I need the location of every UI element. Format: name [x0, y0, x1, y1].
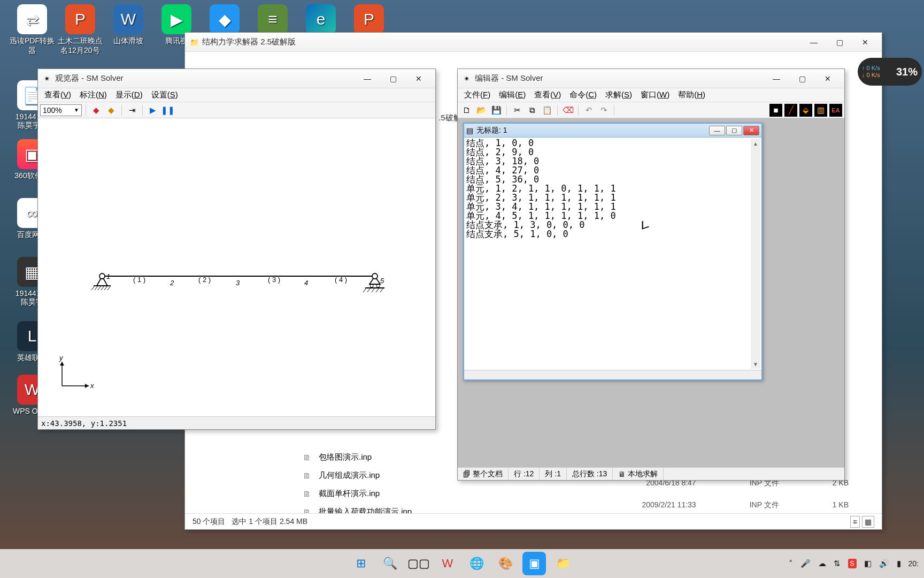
scroll-up-icon[interactable]: ▲ — [751, 139, 760, 148]
desktop-icon-edge[interactable]: e — [297, 4, 345, 36]
cut-icon[interactable]: ✂ — [511, 104, 523, 117]
explorer-icon[interactable]: 📁 — [551, 552, 575, 575]
menu-item[interactable]: 查看(V) — [530, 88, 565, 102]
viewer-titlebar[interactable]: ✴ 观览器 - SM Solver — ▢ ✕ — [38, 69, 435, 88]
node-label: 1 — [106, 272, 110, 280]
menu-item[interactable]: 窗口(W) — [636, 88, 674, 102]
save-icon[interactable]: 💾 — [490, 104, 503, 117]
network-widget[interactable]: ↑ 0 K/s ↓ 0 K/s 31% — [858, 58, 922, 86]
menu-item[interactable]: 命令(C) — [565, 88, 601, 102]
minimize-button[interactable]: — — [764, 71, 789, 87]
minimize-button[interactable]: — — [355, 71, 380, 87]
menu-item[interactable]: 编辑(E) — [495, 88, 530, 102]
next-node-icon[interactable]: ◆ — [105, 104, 118, 117]
viewer-canvas[interactable]: 1 2 3 4 5 ( 1 ) ( 2 ) ( 3 ) ( 4 ) x y — [38, 118, 435, 416]
delete-icon[interactable]: ⌫ — [561, 104, 574, 117]
mdi-titlebar[interactable]: ▤ 无标题: 1 — ▢ ✕ — [464, 124, 761, 138]
system-tray[interactable]: ˄ 🎤 ☁ ⇅ S ◧ 🔊 ▮ 20: — [789, 559, 919, 568]
editor-titlebar[interactable]: ✴ 编辑器 - SM Solver — ▢ ✕ — [458, 69, 844, 88]
new-icon[interactable]: 🗋 — [460, 104, 473, 117]
maximize-button[interactable]: ▢ — [790, 71, 814, 87]
desktop-icon-wps-doc2[interactable]: W山体滑坡 — [104, 4, 152, 46]
desktop-icon-wps-p[interactable]: P — [345, 4, 393, 36]
desktop-icon-app5[interactable]: ◆ — [201, 4, 249, 36]
chevron-up-icon[interactable]: ˄ — [789, 559, 793, 568]
task-view-icon[interactable]: ▢▢ — [407, 552, 430, 575]
desktop-icon-pdf-converter[interactable]: ⇄迅读PDF转换器 — [8, 4, 56, 56]
search-icon[interactable]: 🔍 — [378, 552, 402, 575]
taskbar-app[interactable]: 🌐 — [465, 552, 488, 575]
menu-item[interactable]: 查看(V) — [40, 88, 75, 102]
mdi-maximize-button[interactable]: ▢ — [726, 126, 742, 135]
menu-item[interactable]: 设置(S) — [147, 88, 182, 102]
svg-line-17 — [372, 288, 375, 292]
editor-toolbar[interactable]: 🗋 📂 💾 ✂ ⧉ 📋 ⌫ ↶ ↷ ■ ╱ ⬙ ▥ EA — [458, 102, 844, 118]
7zip-icon: ≡ — [258, 4, 288, 34]
status-scope-icon: 🗐 — [463, 470, 471, 478]
open-icon[interactable]: 📂 — [475, 104, 488, 117]
volume-icon[interactable]: 🔊 — [879, 559, 889, 568]
view-details-icon[interactable]: ≡ — [850, 516, 860, 528]
menu-item[interactable]: 帮助(H) — [674, 88, 710, 102]
taskbar-clock[interactable]: 20: — [908, 559, 919, 568]
editor-menubar[interactable]: 文件(F)编辑(E)查看(V)命令(C)求解(S)窗口(W)帮助(H) — [458, 88, 844, 102]
menu-item[interactable]: 求解(S) — [601, 88, 636, 102]
menu-item[interactable]: 文件(F) — [460, 88, 495, 102]
play-icon[interactable]: ▶ — [147, 104, 159, 117]
mic-icon[interactable]: 🎤 — [800, 559, 811, 568]
taskbar-app[interactable]: W — [436, 552, 459, 575]
shape-ea-icon[interactable]: EA — [829, 104, 842, 117]
viewer-window[interactable]: ✴ 观览器 - SM Solver — ▢ ✕ 查看(V)标注(N)显示(D)设… — [37, 69, 436, 430]
wifi-icon[interactable]: ⇅ — [834, 559, 841, 568]
svg-marker-21 — [85, 384, 89, 388]
ime-icon[interactable]: S — [848, 559, 857, 568]
prev-node-icon[interactable]: ◆ — [90, 104, 103, 117]
viewer-toolbar[interactable]: 100%▼ ◆ ◆ ⇥ ▶ ❚❚ — [38, 102, 435, 118]
battery-icon[interactable]: ▮ — [897, 559, 901, 568]
menu-item[interactable]: 标注(N) — [75, 88, 111, 102]
desktop-icon-7zip[interactable]: ≡ — [249, 4, 297, 36]
shape-bars-icon[interactable]: ▥ — [814, 104, 827, 117]
mdi-document[interactable]: ▤ 无标题: 1 — ▢ ✕ 结点, 1, 0, 0 结点, 2, 9, 0 结… — [463, 123, 763, 381]
undo-icon[interactable]: ↶ — [582, 104, 595, 117]
close-button[interactable]: ✕ — [406, 71, 431, 87]
paste-icon[interactable]: 📋 — [541, 104, 553, 117]
shape-line-icon[interactable]: ╱ — [784, 104, 797, 117]
mdi-close-button[interactable]: ✕ — [743, 126, 759, 135]
menu-item[interactable]: 显示(D) — [111, 88, 147, 102]
chevron-down-icon[interactable]: ▼ — [74, 107, 79, 113]
maximize-button[interactable]: ▢ — [827, 34, 852, 50]
viewer-menubar[interactable]: 查看(V)标注(N)显示(D)设置(S) — [38, 88, 435, 102]
start-button[interactable]: ⊞ — [349, 552, 373, 575]
editor-statusbar: 🗐整个文档 行 :12 列 :1 总行数 :13 🖥本地求解 — [458, 467, 844, 480]
svg-line-15 — [363, 288, 366, 292]
vertical-scrollbar[interactable]: ▲ ▼ — [751, 139, 760, 369]
close-button[interactable]: ✕ — [815, 71, 840, 87]
step-icon[interactable]: ⇥ — [126, 104, 138, 117]
copy-icon[interactable]: ⧉ — [526, 104, 538, 117]
horizontal-scrollbar[interactable] — [464, 370, 761, 379]
onedrive-icon[interactable]: ☁ — [818, 559, 826, 568]
explorer-titlebar[interactable]: 📁 结构力学求解器 2.5破解版 — ▢ ✕ — [185, 33, 882, 52]
editor-textarea[interactable]: 结点, 1, 0, 0 结点, 2, 9, 0 结点, 3, 18, 0 结点,… — [464, 138, 761, 370]
redo-icon[interactable]: ↷ — [597, 104, 610, 117]
folder-icon: 📁 — [189, 37, 199, 47]
close-button[interactable]: ✕ — [853, 34, 877, 50]
taskbar[interactable]: ⊞ 🔍 ▢▢ W 🌐 🎨 ▣ 📁 ˄ 🎤 ☁ ⇅ S ◧ 🔊 ▮ 20: — [0, 549, 924, 578]
zoom-combo[interactable]: 100%▼ — [40, 104, 82, 116]
shape-chart-icon[interactable]: ⬙ — [799, 104, 812, 117]
view-large-icon[interactable]: ▦ — [862, 516, 874, 528]
unknown-tray-icon[interactable]: ◧ — [864, 559, 872, 568]
mdi-minimize-button[interactable]: — — [709, 126, 725, 135]
maximize-button[interactable]: ▢ — [381, 71, 405, 87]
pause-icon[interactable]: ❚❚ — [161, 104, 174, 117]
minimize-button[interactable]: — — [802, 34, 826, 50]
taskbar-app[interactable]: ▣ — [522, 552, 546, 575]
editor-mdi-area[interactable]: ▤ 无标题: 1 — ▢ ✕ 结点, 1, 0, 0 结点, 2, 9, 0 结… — [458, 118, 844, 467]
scroll-down-icon[interactable]: ▼ — [751, 359, 760, 369]
taskbar-app[interactable]: 🎨 — [494, 552, 517, 575]
file-type: INP 文件 — [750, 500, 779, 510]
editor-window[interactable]: ✴ 编辑器 - SM Solver — ▢ ✕ 文件(F)编辑(E)查看(V)命… — [457, 69, 845, 481]
shape-square-icon[interactable]: ■ — [769, 104, 782, 117]
desktop-icon-wps-doc[interactable]: P土木二班晚点名12月20号 — [56, 4, 104, 56]
